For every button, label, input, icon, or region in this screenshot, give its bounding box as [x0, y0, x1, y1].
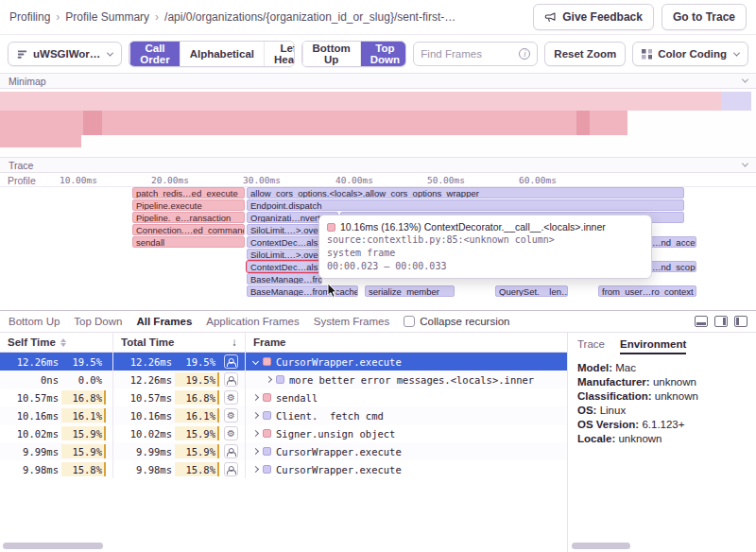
tooltip-source: source:contextlib.py:85:<unknown column>: [327, 233, 644, 247]
total-time-header[interactable]: Total Time ↓: [113, 333, 246, 352]
horizontal-scrollbar[interactable]: [3, 543, 103, 549]
color-coding-button[interactable]: Color Coding: [632, 42, 748, 66]
dock-bottom-icon[interactable]: [695, 316, 708, 327]
table-row[interactable]: 0ns 0.0% 12.26ms 19.5%: [0, 371, 567, 388]
frame-color-swatch: [263, 393, 271, 402]
table-row[interactable]: 10.16ms 16.1% 10.16ms 16.1%: [0, 406, 567, 424]
breadcrumb-item: /api/0/organizations/{organization_id_or…: [164, 10, 455, 24]
total-time-cell: 12.26ms 19.5%: [113, 353, 246, 371]
search-input[interactable]: [421, 48, 514, 60]
table-header: Self Time Total Time ↓ Frame: [0, 333, 567, 353]
dock-left-icon[interactable]: [734, 316, 747, 327]
table-row[interactable]: 10.57ms 16.8% 10.57ms 16.8%: [0, 388, 567, 406]
table-row[interactable]: 10.02ms 15.9% 10.02ms 15.9%: [0, 424, 567, 442]
self-time-header[interactable]: Self Time: [0, 333, 113, 352]
expand-chevron-icon[interactable]: [252, 412, 259, 419]
tooltip-time-range: 00:00.023 — 00:00.033: [327, 260, 644, 273]
flame-frame[interactable]: BaseManage…from_c…: [247, 273, 322, 285]
ruler-tick: 20.00ms: [151, 175, 189, 185]
trace-header[interactable]: Trace: [0, 157, 756, 173]
environment-fields: Model: Mac Manufacturer: unknown Classif…: [568, 354, 756, 454]
flame-frame[interactable]: patch_redis…ed_execute: [132, 187, 245, 198]
flame-frame[interactable]: allow_cors_options.<locals>.allow_cors_o…: [247, 187, 684, 198]
flame-frame[interactable]: Endpoint.dispatch: [247, 199, 684, 211]
frames-tab[interactable]: All Frames: [136, 316, 192, 327]
expand-chevron-icon[interactable]: [252, 394, 259, 401]
sorting-segmented-control: Call Order Alphabetical Left Heavy: [129, 41, 294, 67]
view-option-button[interactable]: Bottom Up: [302, 42, 360, 66]
megaphone-icon: [544, 11, 557, 24]
frames-tab[interactable]: System Frames: [314, 316, 390, 327]
expand-chevron-icon[interactable]: [252, 466, 259, 473]
dock-right-icon[interactable]: [714, 316, 728, 327]
table-row[interactable]: 12.26ms 19.5% 12.26ms 19.5%: [0, 353, 567, 371]
mouse-cursor: [327, 283, 338, 299]
reset-zoom-button[interactable]: Reset Zoom: [544, 42, 626, 66]
flame-frame[interactable]: ContextDec…als>.i…: [247, 261, 322, 272]
frames-table: Self Time Total Time ↓ Frame: [0, 333, 567, 552]
frame-header[interactable]: Frame: [246, 333, 567, 352]
flame-frame[interactable]: Connection.…ed_command: [132, 224, 245, 235]
sort-option-button[interactable]: Alphabetical: [180, 42, 264, 66]
details-tab[interactable]: Trace: [577, 338, 605, 354]
layout-toggles: [695, 316, 747, 327]
breadcrumb-link[interactable]: /api/0/organizations/{organization_id_or…: [164, 10, 455, 24]
self-pct: 15.9%: [61, 444, 106, 458]
sort-option-button[interactable]: Left Heavy: [264, 42, 294, 66]
breadcrumb-link[interactable]: Profile Summary: [65, 10, 149, 24]
flame-frame[interactable]: …nd_scopes: [648, 261, 696, 272]
expand-chevron-icon[interactable]: [252, 430, 259, 437]
env-field: Classification: unknown: [577, 390, 747, 404]
thread-selector[interactable]: uWSGIWor…: [8, 42, 122, 66]
collapse-recursion-checkbox[interactable]: Collapse recursion: [404, 316, 509, 327]
env-field: Manufacturer: unknown: [577, 376, 747, 389]
sort-option-button[interactable]: Call Order: [129, 42, 179, 66]
frame-cell: more_better_error_messages.<locals>.inne…: [246, 371, 567, 388]
flame-frame[interactable]: Pipeline._e…ransaction: [132, 212, 245, 223]
breadcrumb-link[interactable]: Profiling: [9, 10, 50, 24]
expand-chevron-icon[interactable]: [252, 448, 259, 455]
flame-frame[interactable]: sendall: [132, 236, 245, 248]
minimap-band: [83, 111, 102, 135]
flame-frame[interactable]: ContextDec…als>.i…: [247, 236, 322, 248]
flame-frame[interactable]: SiloLimit.…>.over: [247, 249, 322, 260]
horizontal-scrollbar[interactable]: [572, 543, 630, 549]
frame-color-swatch: [263, 465, 271, 474]
frames-tab[interactable]: Application Frames: [206, 316, 299, 327]
chevron-down-icon: [742, 161, 748, 167]
details-tab[interactable]: Environment: [620, 338, 686, 354]
frames-tab[interactable]: Bottom Up: [9, 316, 60, 327]
table-row[interactable]: 9.98ms 15.8% 9.98ms 15.8%: [0, 460, 567, 478]
expand-chevron-icon[interactable]: [266, 376, 272, 383]
frame-cell: CursorWrapper.execute: [246, 353, 567, 371]
breadcrumb-item: Profiling: [9, 10, 60, 24]
go-to-trace-button[interactable]: Go to Trace: [662, 4, 747, 30]
flame-frame[interactable]: BaseManage…from_cache: [247, 285, 358, 297]
ruler-tick: 50.00ms: [427, 175, 465, 185]
flame-frame[interactable]: from_user…ro_context: [598, 285, 696, 297]
give-feedback-button[interactable]: Give Feedback: [533, 4, 654, 30]
minimap-canvas[interactable]: [0, 89, 756, 157]
frames-tab[interactable]: Top Down: [74, 316, 122, 327]
view-option-button[interactable]: Top Down: [360, 42, 407, 66]
flame-frame[interactable]: QuerySet.__len…: [495, 285, 568, 297]
table-row[interactable]: 9.99ms 15.9% 9.99ms 15.9%: [0, 442, 567, 460]
minimap-band: [0, 135, 81, 147]
frame-cell: Signer.unsign_object: [246, 424, 567, 442]
self-time-cell: 9.98ms 15.8%: [0, 460, 113, 478]
frame-color-swatch: [263, 429, 271, 438]
profiling-app: Profiling Profile Summary /api/0/organiz…: [0, 0, 756, 552]
total-time-cell: 9.98ms 15.8%: [113, 460, 246, 478]
minimap-header[interactable]: Minimap: [0, 73, 756, 89]
self-pct: 0.0%: [61, 372, 106, 387]
flame-frame[interactable]: serialize_member: [365, 285, 455, 297]
view-segmented-control: Bottom Up Top Down: [301, 41, 407, 67]
flame-frame[interactable]: Pipeline.execute: [132, 199, 245, 211]
self-time-cell: 12.26ms 19.5%: [0, 353, 113, 371]
flame-frame[interactable]: …nd_access: [648, 236, 696, 248]
flame-frame[interactable]: SiloLimit.…>.over: [247, 224, 322, 235]
expand-chevron-icon[interactable]: [252, 358, 259, 365]
frames-tabbar: Bottom Up Top Down All Frames Applicatio…: [0, 311, 756, 333]
header-actions: Give Feedback Go to Trace: [533, 4, 747, 30]
bottom-content: Self Time Total Time ↓ Frame: [0, 333, 756, 552]
